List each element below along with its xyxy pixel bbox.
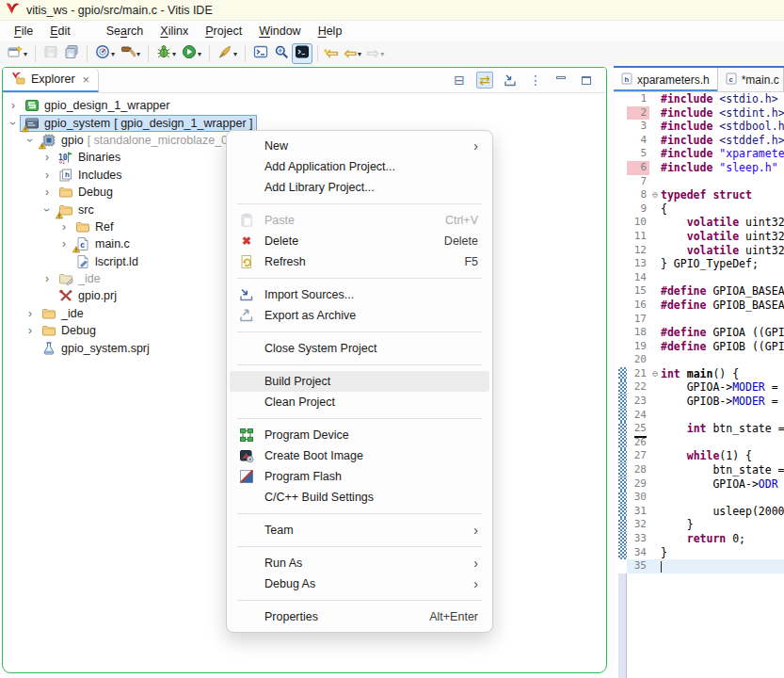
code-text[interactable]: #include <stddef.h> — [661, 134, 784, 148]
editor-tab--main-c[interactable]: c*main.c — [718, 68, 784, 91]
line-number[interactable]: 19 — [627, 340, 649, 354]
menu-item-close-system-project[interactable]: Close System Project — [230, 338, 489, 359]
code-text[interactable]: int main() { — [661, 367, 784, 381]
line-number[interactable]: 7 — [627, 175, 649, 189]
tree-item-main-c[interactable]: cmain.c — [71, 235, 134, 252]
code-text[interactable] — [661, 353, 784, 367]
tree-chevron-icon[interactable]: › — [57, 220, 71, 234]
line-number[interactable]: 4 — [627, 134, 649, 148]
code-text[interactable]: btn_state = G — [661, 463, 784, 477]
line-number[interactable]: 31 — [627, 505, 649, 519]
menu-item-program-device[interactable]: Program Device — [230, 425, 489, 445]
code-text[interactable]: #include "sleep.h" — [661, 161, 784, 175]
code-text[interactable] — [661, 175, 784, 189]
menu-item-paste[interactable]: PasteCtrl+V — [230, 210, 489, 231]
line-number[interactable]: 33 — [627, 532, 649, 546]
code-text[interactable]: volatile uint32_t — [661, 230, 784, 244]
view-menu-icon[interactable]: ⋮ — [527, 72, 544, 89]
code-text[interactable]: #include <stdint.h> — [661, 106, 784, 121]
line-number[interactable]: 13 — [627, 257, 649, 271]
code-text[interactable]: #define GPIOB ((GPIO_ — [661, 340, 784, 354]
menu-item-import-sources[interactable]: Import Sources... — [230, 284, 489, 305]
link-with-editor-icon[interactable]: ⇄ — [476, 72, 493, 89]
menu-item-c-c-build-settings[interactable]: C/C++ Build Settings — [230, 487, 489, 508]
debug-button[interactable]: ▾ — [153, 43, 179, 64]
dropdown-caret-icon[interactable]: ▾ — [136, 50, 140, 58]
tree-item-debug[interactable]: Debug — [54, 184, 117, 201]
code-text[interactable]: volatile uint32_t — [661, 244, 784, 258]
focus-task-icon[interactable] — [502, 72, 519, 89]
dropdown-caret-icon[interactable]: ▾ — [233, 50, 237, 58]
line-number[interactable]: 24 — [627, 409, 649, 423]
menu-edit[interactable]: Edit — [41, 23, 79, 40]
run-button[interactable]: ▾ — [179, 43, 204, 64]
menu-item-delete[interactable]: ✖DeleteDelete — [230, 231, 489, 251]
code-text[interactable] — [661, 409, 784, 423]
code-text[interactable] — [661, 491, 784, 505]
menu-item-refresh[interactable]: RefreshF5 — [230, 251, 489, 272]
line-number[interactable]: 15 — [627, 284, 649, 299]
line-number[interactable]: 14 — [627, 271, 649, 285]
code-text[interactable]: #define GPIOA ((GPIO_ — [661, 326, 784, 340]
tree-chevron-icon[interactable]: › — [40, 169, 54, 182]
line-number[interactable]: 17 — [627, 313, 649, 327]
code-text[interactable]: #include <stdbool.h> — [661, 120, 784, 134]
menu-item-debug-as[interactable]: Debug As› — [230, 573, 489, 594]
code-text[interactable]: } — [661, 518, 784, 532]
code-text[interactable]: #include "xparameters — [661, 147, 784, 161]
minimize-icon[interactable] — [552, 72, 569, 89]
line-number[interactable]: 10 — [627, 216, 649, 230]
tree-item-src[interactable]: src — [54, 202, 98, 218]
console-button[interactable] — [250, 43, 271, 64]
code-text[interactable]: } — [661, 546, 784, 560]
menu-item-export-as-archive[interactable]: Export as Archive — [230, 305, 489, 326]
tree-chevron-icon[interactable]: › — [57, 237, 71, 250]
code-text[interactable]: typedef struct — [661, 188, 784, 202]
line-number[interactable]: 29 — [627, 477, 649, 492]
tree-item-gpio-design-1-wrapper[interactable]: gpio_design_1_wrapper — [20, 97, 173, 114]
menu-item-new[interactable]: New› — [230, 136, 489, 156]
code-text[interactable]: #include <stdio.h> — [661, 92, 784, 106]
line-number[interactable]: 12 — [627, 244, 649, 258]
menu-file[interactable]: File — [6, 23, 41, 40]
tree-item-gpio-prj[interactable]: gpio.prj — [54, 287, 120, 304]
line-number[interactable]: 9 — [627, 202, 649, 217]
dropdown-caret-icon[interactable]: ▾ — [24, 50, 27, 58]
line-number[interactable]: 16 — [627, 299, 649, 313]
line-number[interactable]: 35 — [627, 559, 649, 573]
collapse-all-icon[interactable]: ⊟ — [451, 72, 468, 89]
menu-item-add-application-project[interactable]: Add Application Project... — [230, 156, 489, 177]
line-number[interactable]: 11 — [627, 230, 649, 244]
line-number[interactable]: 32 — [627, 518, 649, 532]
line-number[interactable]: 27 — [627, 449, 649, 463]
line-number[interactable]: 28 — [627, 463, 649, 477]
line-number[interactable]: 21 — [627, 367, 649, 381]
dropdown-caret-icon[interactable]: ▾ — [358, 50, 361, 58]
open-element-button[interactable] — [271, 43, 292, 64]
tree-item-binaries[interactable]: 1001Binaries — [54, 149, 124, 166]
tree-chevron-icon[interactable]: › — [7, 99, 20, 112]
code-text[interactable] — [661, 436, 784, 450]
tree-item--ide[interactable]: _ide — [37, 305, 88, 322]
dark-terminal-button[interactable] — [292, 43, 312, 64]
line-number[interactable]: 30 — [627, 491, 649, 505]
code-text[interactable]: while(1) { — [661, 449, 784, 463]
code-text[interactable]: GPIOA->MODER = 0x — [661, 380, 784, 395]
forward-button[interactable]: ⇨▾ — [364, 43, 387, 64]
menu-item-create-boot-image[interactable]: Create Boot Image — [230, 445, 489, 466]
line-number[interactable]: 1 — [627, 92, 649, 106]
menu-xilinx[interactable]: Xilinx — [152, 23, 197, 40]
code-text[interactable] — [661, 271, 784, 285]
code-text[interactable]: volatile uint32_t — [661, 216, 784, 230]
menu-item-program-flash[interactable]: Program Flash — [230, 466, 489, 487]
tree-chevron-icon[interactable]: › — [40, 151, 54, 164]
line-number[interactable]: 23 — [627, 395, 649, 409]
dropdown-caret-icon[interactable]: ▾ — [111, 50, 115, 58]
tree-item-gpio[interactable]: gpio[ standalone_microblaze_0 ] — [37, 132, 238, 149]
back-button[interactable]: ⇦▾ — [342, 43, 364, 64]
code-text[interactable]: { — [661, 202, 784, 217]
menu-item-add-library-project[interactable]: Add Library Project... — [230, 177, 489, 198]
line-number[interactable]: 5 — [627, 147, 649, 161]
line-number[interactable]: 34 — [627, 546, 649, 560]
tree-item-lscript-ld[interactable]: lscript.ld — [71, 253, 142, 270]
